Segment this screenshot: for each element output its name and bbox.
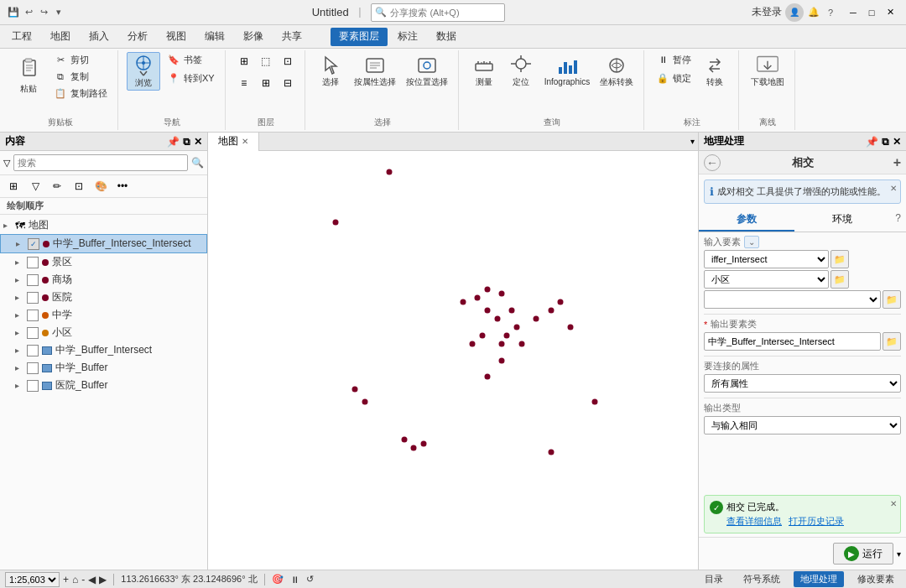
download-map-btn[interactable]: 下载地图 bbox=[747, 52, 788, 89]
toolbar-pencil-icon[interactable]: ✏ bbox=[47, 177, 67, 195]
zoom-right-icon[interactable]: ▶ bbox=[99, 574, 107, 585]
menu-insert[interactable]: 插入 bbox=[81, 28, 117, 46]
layer-item[interactable]: ▸景区 bbox=[0, 253, 207, 271]
layer-item[interactable]: ▸医院_Buffer bbox=[0, 377, 207, 394]
geo-panel-float-icon[interactable]: ⧉ bbox=[882, 136, 889, 148]
map-canvas[interactable] bbox=[208, 151, 698, 570]
layer-checkbox[interactable] bbox=[27, 345, 39, 356]
close-btn[interactable]: ✕ bbox=[881, 3, 899, 22]
status-tab-catalog[interactable]: 目录 bbox=[698, 571, 730, 587]
layer-checkbox[interactable] bbox=[27, 380, 39, 392]
layer-checkbox[interactable] bbox=[27, 292, 39, 304]
input-folder-3[interactable]: 📁 bbox=[883, 290, 901, 309]
menu-edit[interactable]: 编辑 bbox=[196, 28, 233, 46]
expand-dropdown-btn[interactable]: ⌄ bbox=[744, 236, 759, 248]
layer-item[interactable]: ▸小区 bbox=[0, 324, 207, 341]
geo-help-btn[interactable]: ? bbox=[890, 209, 906, 232]
zoom-in-icon[interactable]: + bbox=[63, 574, 69, 585]
output-type-select[interactable]: 与输入相同 bbox=[704, 416, 901, 434]
home-icon[interactable]: ⌂ bbox=[72, 574, 78, 585]
layer-item[interactable]: ▸中学 bbox=[0, 306, 207, 324]
toolbar-grid-icon[interactable]: ⊡ bbox=[69, 177, 89, 195]
select-by-location-btn[interactable]: 按位置选择 bbox=[403, 52, 451, 89]
status-close-btn[interactable]: ✕ bbox=[890, 499, 897, 508]
status-tab-modify[interactable]: 修改要素 bbox=[851, 571, 901, 587]
layer-tool-5[interactable]: ⊞ bbox=[256, 74, 276, 92]
status-link-2[interactable]: 打开历史记录 bbox=[789, 515, 844, 528]
layer-checkbox[interactable] bbox=[27, 327, 39, 339]
output-folder[interactable]: 📁 bbox=[883, 332, 901, 351]
content-search-input[interactable] bbox=[13, 154, 188, 171]
redo-icon[interactable]: ↪ bbox=[37, 6, 50, 19]
layer-checkbox[interactable] bbox=[27, 310, 39, 321]
status-link-1[interactable]: 查看详细信息 bbox=[726, 515, 782, 528]
bookmark-btn[interactable]: 🔖 书签 bbox=[164, 52, 218, 67]
layer-expand-icon[interactable]: ▸ bbox=[15, 381, 23, 390]
layer-tool-3[interactable]: ⊡ bbox=[278, 52, 298, 70]
layer-item[interactable]: ▸🗺地图 bbox=[0, 216, 207, 234]
input-folder-1[interactable]: 📁 bbox=[830, 250, 849, 268]
join-attr-select[interactable]: 所有属性 bbox=[704, 374, 901, 393]
search-input[interactable] bbox=[390, 8, 491, 18]
infographics-btn[interactable]: Infographics bbox=[541, 52, 593, 89]
copy-btn[interactable]: ⧉ 复制 bbox=[50, 69, 111, 84]
goto-xy-btn[interactable]: 📍 转到XY bbox=[164, 70, 218, 86]
menu-project[interactable]: 工程 bbox=[3, 28, 40, 46]
zoom-out-icon[interactable]: - bbox=[81, 574, 85, 585]
layer-tool-4[interactable]: ≡ bbox=[234, 74, 254, 92]
input-select-2[interactable]: 小区 bbox=[704, 270, 829, 289]
maximize-btn[interactable]: □ bbox=[862, 3, 881, 22]
layer-tool-6[interactable]: ⊟ bbox=[278, 74, 298, 92]
layer-tool-2[interactable]: ⬚ bbox=[256, 52, 276, 70]
map-tab[interactable]: 地图 ✕ bbox=[208, 133, 259, 151]
output-input[interactable] bbox=[704, 332, 881, 351]
status-tab-geoprocessing[interactable]: 地理处理 bbox=[794, 571, 844, 587]
layer-item[interactable]: ▸商场 bbox=[0, 271, 207, 289]
cut-btn[interactable]: ✂ 剪切 bbox=[50, 52, 111, 67]
map-tab-close[interactable]: ✕ bbox=[242, 137, 248, 146]
layer-checkbox[interactable] bbox=[27, 362, 39, 374]
panel-float-icon[interactable]: ⧉ bbox=[183, 136, 190, 148]
layer-expand-icon[interactable]: ▸ bbox=[15, 346, 23, 355]
minimize-btn[interactable]: ─ bbox=[844, 3, 862, 22]
zoom-left-icon[interactable]: ◀ bbox=[88, 574, 96, 585]
layer-expand-icon[interactable]: ▸ bbox=[15, 310, 23, 320]
layer-expand-icon[interactable]: ▸ bbox=[15, 363, 23, 372]
lock-btn[interactable]: 🔒 锁定 bbox=[653, 70, 695, 86]
menu-map[interactable]: 地图 bbox=[42, 28, 79, 46]
menu-label[interactable]: 标注 bbox=[389, 28, 426, 46]
geo-tab-params[interactable]: 参数 bbox=[699, 209, 794, 232]
input-select-1[interactable]: iffer_Intersect bbox=[704, 250, 829, 268]
notification-icon[interactable]: 🔔 bbox=[807, 6, 820, 19]
browse-btn[interactable]: 浏览 bbox=[127, 52, 160, 91]
layer-item[interactable]: ▸中学_Buffer bbox=[0, 359, 207, 377]
pause-btn[interactable]: ⏸ 暂停 bbox=[653, 52, 695, 67]
title-search-box[interactable]: 🔍 bbox=[371, 3, 505, 22]
input-folder-2[interactable]: 📁 bbox=[830, 270, 849, 289]
select-btn[interactable]: 选择 bbox=[314, 52, 347, 89]
help-icon[interactable]: ? bbox=[824, 6, 837, 19]
toolbar-filter-icon[interactable]: ▽ bbox=[25, 177, 45, 195]
search-icon[interactable]: 🔍 bbox=[191, 157, 204, 169]
layer-item[interactable]: ▸医院 bbox=[0, 289, 207, 306]
undo-icon[interactable]: ↩ bbox=[22, 6, 35, 19]
save-icon[interactable]: 💾 bbox=[7, 6, 20, 19]
select-by-attr-btn[interactable]: 按属性选择 bbox=[351, 52, 399, 89]
measure-btn[interactable]: 测量 bbox=[467, 52, 501, 89]
locate-btn[interactable]: 定位 bbox=[504, 52, 538, 89]
coord-convert-btn[interactable]: 坐标转换 bbox=[596, 52, 637, 89]
layer-tool-1[interactable]: ⊞ bbox=[234, 52, 254, 70]
layer-item[interactable]: ▸中学_Buffer_Intersect bbox=[0, 341, 207, 359]
menu-data[interactable]: 数据 bbox=[428, 28, 465, 46]
toolbar-table-icon[interactable]: ⊞ bbox=[3, 177, 23, 195]
geo-panel-close-icon[interactable]: ✕ bbox=[893, 136, 901, 148]
pause-status-icon[interactable]: ⏸ bbox=[290, 575, 299, 585]
more-icon[interactable]: ▾ bbox=[52, 6, 65, 19]
layer-expand-icon[interactable]: ▸ bbox=[15, 293, 23, 302]
layer-expand-icon[interactable]: ▸ bbox=[15, 258, 23, 267]
panel-pin-icon[interactable]: 📌 bbox=[167, 136, 180, 148]
layer-expand-icon[interactable]: ▸ bbox=[16, 239, 24, 248]
geo-tab-env[interactable]: 环境 bbox=[794, 209, 890, 232]
notice-close-btn[interactable]: ✕ bbox=[890, 184, 897, 193]
run-btn[interactable]: ▶ 运行 bbox=[833, 543, 893, 565]
